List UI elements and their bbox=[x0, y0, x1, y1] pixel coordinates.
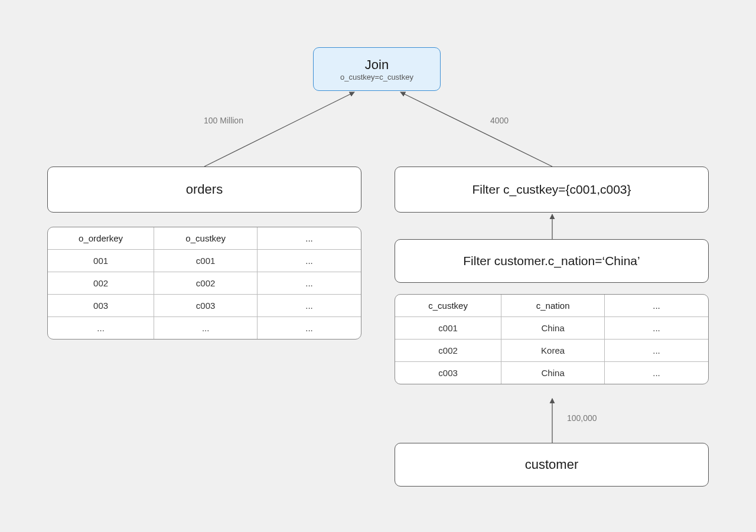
column-header: ... bbox=[258, 227, 361, 250]
cell: Korea bbox=[501, 340, 605, 362]
customer-node: customer bbox=[395, 443, 709, 487]
table-row: ......... bbox=[48, 317, 361, 339]
cell: ... bbox=[605, 317, 708, 340]
table-row: 001c001... bbox=[48, 250, 361, 272]
cell: c001 bbox=[154, 250, 258, 272]
table-row: 002c002... bbox=[48, 272, 361, 295]
orders-table: o_orderkeyo_custkey...001c001...002c002.… bbox=[47, 227, 361, 340]
cell: 002 bbox=[48, 272, 154, 295]
cell: ... bbox=[258, 272, 361, 295]
column-header: o_orderkey bbox=[48, 227, 154, 250]
filter-custkey-node: Filter c_custkey={c001,c003} bbox=[395, 167, 709, 213]
cell: ... bbox=[48, 317, 154, 339]
filter-custkey-label: Filter c_custkey={c001,c003} bbox=[472, 182, 631, 197]
cell: 003 bbox=[48, 295, 154, 317]
svg-line-0 bbox=[204, 92, 354, 167]
cell: c001 bbox=[395, 317, 501, 340]
table-row: 003c003... bbox=[48, 295, 361, 317]
cell: ... bbox=[258, 295, 361, 317]
cell: ... bbox=[258, 250, 361, 272]
cell: ... bbox=[605, 340, 708, 362]
cell: ... bbox=[154, 317, 258, 339]
cell: 001 bbox=[48, 250, 154, 272]
orders-title: orders bbox=[186, 182, 223, 197]
cell: c003 bbox=[154, 295, 258, 317]
filter-nation-node: Filter customer.c_nation=‘China’ bbox=[395, 239, 709, 283]
table-row: c001China... bbox=[395, 317, 708, 340]
column-header: c_nation bbox=[501, 295, 605, 317]
table-row: c003China... bbox=[395, 362, 708, 384]
cell: c002 bbox=[154, 272, 258, 295]
edge-customer-label: 100,000 bbox=[567, 413, 597, 423]
column-header: o_custkey bbox=[154, 227, 258, 250]
cell: ... bbox=[605, 362, 708, 384]
join-condition: o_custkey=c_custkey bbox=[340, 73, 413, 81]
diagram-canvas: Join o_custkey=c_custkey 100 Million 400… bbox=[0, 0, 756, 532]
cell: c003 bbox=[395, 362, 501, 384]
orders-node: orders bbox=[47, 167, 361, 213]
edge-right-label: 4000 bbox=[490, 116, 509, 125]
table-row: c002Korea... bbox=[395, 340, 708, 362]
cell: China bbox=[501, 317, 605, 340]
column-header: ... bbox=[605, 295, 708, 317]
cell: China bbox=[501, 362, 605, 384]
cell: ... bbox=[258, 317, 361, 339]
column-header: c_custkey bbox=[395, 295, 501, 317]
join-title: Join bbox=[365, 57, 389, 73]
cell: c002 bbox=[395, 340, 501, 362]
edge-left-label: 100 Million bbox=[204, 116, 243, 125]
svg-line-1 bbox=[400, 92, 552, 167]
customer-table: c_custkeyc_nation...c001China...c002Kore… bbox=[395, 294, 709, 384]
filter-nation-label: Filter customer.c_nation=‘China’ bbox=[463, 254, 640, 268]
join-node: Join o_custkey=c_custkey bbox=[313, 47, 441, 91]
customer-title: customer bbox=[525, 457, 578, 472]
